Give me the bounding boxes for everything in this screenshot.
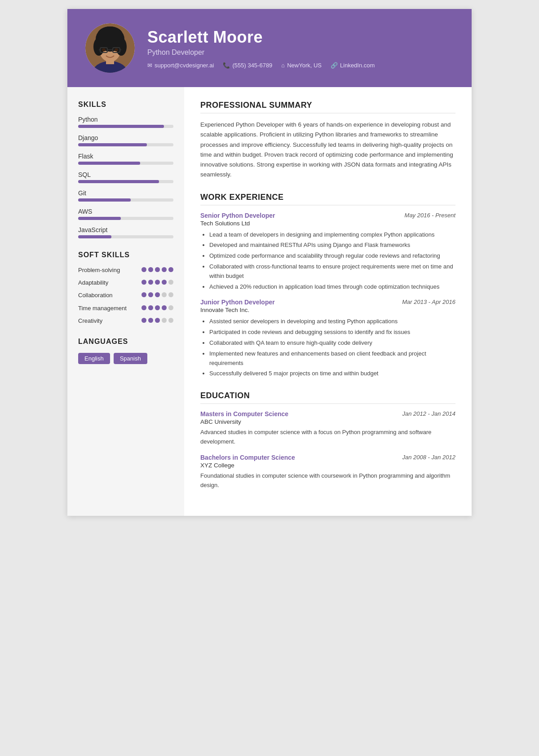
- soft-skills-title: SOFT SKILLS: [78, 251, 173, 259]
- list-item: Successfully delivered 5 major projects …: [209, 369, 455, 378]
- main-content: PROFESSIONAL SUMMARY Experienced Python …: [184, 87, 472, 516]
- soft-skill-time-management: Time management: [78, 304, 173, 312]
- skill-javascript-bar: [78, 235, 173, 238]
- languages-title: LANGUAGES: [78, 338, 173, 346]
- soft-skill-collaboration-label: Collaboration: [78, 291, 119, 299]
- edu-1-date: Jan 2012 - Jan 2014: [402, 410, 455, 417]
- skill-javascript: JavaScript: [78, 226, 173, 238]
- language-tags: English Spanish: [78, 353, 173, 364]
- skill-git-bar: [78, 198, 173, 202]
- soft-skill-problem-solving-label: Problem-solving: [78, 266, 120, 274]
- skill-flask-bar: [78, 162, 173, 165]
- work-title: WORK EXPERIENCE: [200, 193, 455, 206]
- linkedin-text: LinkedIn.com: [340, 62, 375, 69]
- skill-git: Git: [78, 189, 173, 202]
- list-item: Optimized code performance and scalabili…: [209, 251, 455, 261]
- summary-text: Experienced Python Developer with 6 year…: [200, 120, 455, 180]
- soft-skill-problem-solving: Problem-solving: [78, 266, 173, 274]
- skill-python-fill: [78, 125, 164, 128]
- list-item: Lead a team of developers in designing a…: [209, 230, 455, 240]
- header-info: Scarlett Moore Python Developer ✉ suppor…: [147, 28, 454, 69]
- svg-point-14: [115, 48, 118, 52]
- job-2-bullets: Assisted senior developers in developing…: [200, 317, 455, 378]
- soft-skill-adaptability: Adaptability: [78, 279, 173, 287]
- skill-django-bar: [78, 143, 173, 146]
- location-text: NewYork, US: [287, 62, 322, 69]
- candidate-title: Python Developer: [147, 48, 454, 57]
- skill-django-fill: [78, 143, 147, 146]
- skill-javascript-fill: [78, 235, 111, 238]
- skill-flask-label: Flask: [78, 153, 173, 160]
- candidate-name: Scarlett Moore: [147, 28, 454, 47]
- education-2: Bachelors in Computer Science Jan 2008 -…: [200, 454, 455, 490]
- education-title: EDUCATION: [200, 391, 455, 404]
- soft-skill-collaboration: Collaboration: [78, 291, 173, 299]
- phone-text: (555) 345-6789: [232, 62, 272, 69]
- linkedin-icon: 🔗: [331, 62, 338, 69]
- contact-email: ✉ support@cvdesigner.ai: [147, 62, 214, 69]
- contact-phone: 📞 (555) 345-6789: [223, 62, 272, 69]
- contact-location: ⌂ NewYork, US: [281, 62, 322, 69]
- language-english: English: [78, 353, 110, 364]
- soft-skill-time-management-dots: [141, 304, 173, 310]
- languages-section: LANGUAGES English Spanish: [78, 338, 173, 364]
- contact-linkedin: 🔗 LinkedIn.com: [331, 62, 375, 69]
- edu-2-desc: Foundational studies in computer science…: [200, 471, 455, 490]
- list-item: Achieved a 20% reduction in application …: [209, 282, 455, 292]
- skill-django: Django: [78, 134, 173, 146]
- edu-1-title: Masters in Computer Science: [200, 410, 288, 418]
- soft-skill-creativity: Creativity: [78, 317, 173, 325]
- contact-list: ✉ support@cvdesigner.ai 📞 (555) 345-6789…: [147, 62, 454, 69]
- job-1-company: Tech Solutions Ltd: [200, 220, 455, 227]
- skills-title: SKILLS: [78, 101, 173, 109]
- job-1-date: May 2016 - Present: [405, 212, 455, 219]
- education-section: EDUCATION Masters in Computer Science Ja…: [200, 391, 455, 490]
- avatar: [85, 23, 135, 73]
- work-section: WORK EXPERIENCE Senior Python Developer …: [200, 193, 455, 379]
- job-2-title: Junior Python Developer: [200, 299, 275, 306]
- phone-icon: 📞: [223, 62, 230, 69]
- summary-title: PROFESSIONAL SUMMARY: [200, 101, 455, 114]
- job-1: Senior Python Developer May 2016 - Prese…: [200, 212, 455, 292]
- language-spanish: Spanish: [114, 353, 147, 364]
- soft-skill-collaboration-dots: [141, 291, 173, 297]
- skill-sql-bar: [78, 180, 173, 183]
- soft-skill-creativity-dots: [141, 317, 173, 323]
- job-1-header: Senior Python Developer May 2016 - Prese…: [200, 212, 455, 219]
- svg-point-7: [97, 26, 123, 43]
- job-1-title: Senior Python Developer: [200, 212, 275, 219]
- soft-skill-adaptability-dots: [141, 279, 173, 285]
- skill-flask: Flask: [78, 153, 173, 165]
- skill-aws-label: AWS: [78, 208, 173, 215]
- job-2-header: Junior Python Developer Mar 2013 - Apr 2…: [200, 299, 455, 306]
- job-1-bullets: Lead a team of developers in designing a…: [200, 230, 455, 292]
- list-item: Collaborated with QA team to ensure high…: [209, 338, 455, 348]
- soft-skill-time-management-label: Time management: [78, 304, 127, 312]
- location-icon: ⌂: [281, 62, 285, 69]
- resume: Scarlett Moore Python Developer ✉ suppor…: [67, 9, 472, 516]
- skill-python-label: Python: [78, 116, 173, 123]
- job-2: Junior Python Developer Mar 2013 - Apr 2…: [200, 299, 455, 378]
- skill-aws-fill: [78, 217, 121, 220]
- summary-section: PROFESSIONAL SUMMARY Experienced Python …: [200, 101, 455, 180]
- skill-django-label: Django: [78, 134, 173, 141]
- edu-1-desc: Advanced studies in computer science wit…: [200, 428, 455, 447]
- soft-skill-creativity-label: Creativity: [78, 317, 119, 325]
- skill-python: Python: [78, 116, 173, 128]
- edu-1-institution: ABC University: [200, 418, 455, 425]
- edu-2-header: Bachelors in Computer Science Jan 2008 -…: [200, 454, 455, 461]
- svg-point-13: [102, 48, 106, 52]
- list-item: Implemented new features and enhancement…: [209, 349, 455, 368]
- list-item: Collaborated with cross-functional teams…: [209, 262, 455, 281]
- sidebar: SKILLS Python Django Flask SQL: [67, 87, 184, 516]
- skill-javascript-label: JavaScript: [78, 226, 173, 233]
- edu-2-title: Bachelors in Computer Science: [200, 454, 295, 461]
- header: Scarlett Moore Python Developer ✉ suppor…: [67, 9, 472, 87]
- edu-1-header: Masters in Computer Science Jan 2012 - J…: [200, 410, 455, 418]
- list-item: Participated in code reviews and debuggi…: [209, 328, 455, 337]
- soft-skills-section: SOFT SKILLS Problem-solving Adaptability…: [78, 251, 173, 325]
- job-2-company: Innovate Tech Inc.: [200, 307, 455, 313]
- skill-flask-fill: [78, 162, 140, 165]
- body: SKILLS Python Django Flask SQL: [67, 87, 472, 516]
- list-item: Developed and maintained RESTful APIs us…: [209, 241, 455, 250]
